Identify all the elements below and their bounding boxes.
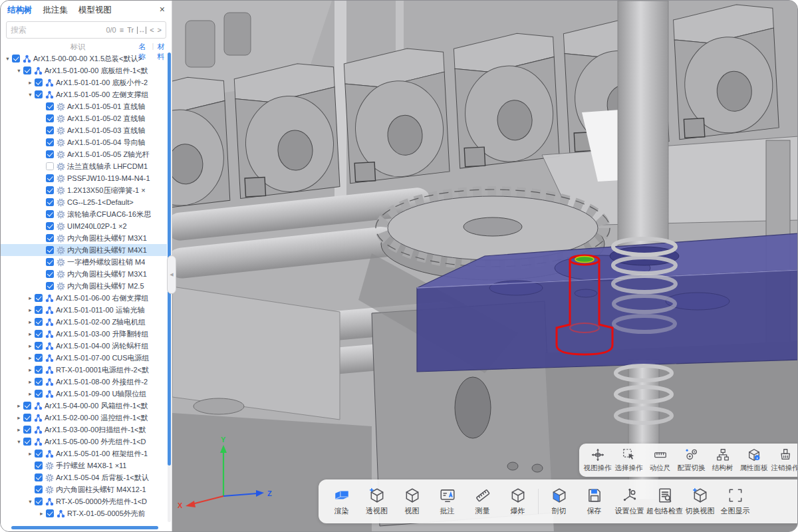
visibility-checkbox[interactable] [46, 138, 54, 146]
tree-item-label[interactable]: RT-X-01-05-0005外壳前 [67, 509, 146, 519]
visibility-checkbox[interactable] [35, 306, 43, 314]
expand-arrow-icon[interactable]: ▸ [15, 426, 23, 433]
tree-row[interactable]: ▸ArX1.5-01-01-00 底板小件-2 [1, 76, 167, 88]
tree-item-label[interactable]: ArX1.5-01-00-00 底板组件-1<默 [45, 66, 148, 76]
visibility-checkbox[interactable] [46, 186, 54, 194]
tree-row[interactable]: 一字槽外螺纹圆柱销 M4 [1, 256, 167, 268]
tree-row[interactable]: 内六角圆柱头螺钉 M4X1 [1, 244, 167, 256]
visibility-checkbox[interactable] [46, 114, 54, 122]
tree-item-label[interactable]: 法兰直线轴承 LHFCDM1 [67, 162, 148, 172]
expand-arrow-icon[interactable]: ▾ [3, 55, 12, 62]
tree-row[interactable]: ArX1.5-01-05-02 直线轴 [1, 112, 167, 124]
expand-arrow-icon[interactable]: ▸ [26, 319, 35, 325]
expand-arrow-icon[interactable]: ▸ [26, 342, 35, 349]
expand-arrow-icon[interactable]: ▸ [26, 307, 35, 313]
tree-item-label[interactable]: ArX1.5-01-04-00 涡轮蜗杆组 [56, 341, 148, 351]
visibility-checkbox[interactable] [46, 282, 54, 290]
tree-item-label[interactable]: ArX1.5-02-00-00 温控组件-1<默 [45, 413, 148, 423]
visibility-checkbox[interactable] [35, 450, 43, 458]
search-list-icon[interactable]: ≡ [120, 26, 124, 34]
tree-row[interactable]: ▸ArX1.5-02-00-00 温控组件-1<默 [1, 412, 167, 424]
tree-item-label[interactable]: 内六角圆柱头螺钉 M4X12-1 [56, 485, 146, 495]
tree-item-label[interactable]: ArX1.5-01-08-00 外接组件-2 [56, 377, 148, 387]
visibility-checkbox[interactable] [46, 198, 54, 206]
tree-item-label[interactable]: ArX1.5-01-07-00 CUS电源组 [56, 353, 150, 363]
visibility-checkbox[interactable] [46, 234, 54, 242]
expand-arrow-icon[interactable]: ▸ [26, 331, 35, 337]
main-explode-button[interactable]: 爆炸 [500, 487, 535, 516]
visibility-checkbox[interactable] [23, 66, 31, 74]
expand-arrow-icon[interactable]: ▸ [15, 414, 23, 421]
tree-item-label[interactable]: 一字槽外螺纹圆柱销 M4 [67, 257, 145, 267]
tree-item-label[interactable]: 内六角圆柱头螺钉 M4X1 [67, 245, 147, 255]
main-annotate-button[interactable]: 批注 [430, 487, 465, 516]
tree-row[interactable]: ▸ArX1.5-01-06-00 右侧支撑组 [1, 292, 167, 304]
tree-item-label[interactable]: 手拧螺丝 M4X8-1 ×11 [56, 461, 126, 471]
secondary-select-ops-button[interactable]: 选择操作 [613, 448, 644, 473]
main-position-button[interactable]: 设置位置 [612, 487, 647, 516]
main-fitall-button[interactable]: 全图显示 [718, 487, 753, 516]
tree-row[interactable]: CG--L25-1<Default> [1, 196, 167, 208]
main-save-button[interactable]: 保存 [577, 487, 612, 516]
tree-row[interactable]: 内六角圆柱头螺钉 M4X12-1 [1, 483, 167, 495]
tree-item-label[interactable]: ArX1.5-04-00-00 风箱组件-1<默 [45, 401, 148, 411]
column-id[interactable]: 标识 [70, 42, 85, 52]
tab-0[interactable]: 结构树 [7, 5, 33, 16]
tree-item-label[interactable]: ArX1.5-01-01-00 底板小件-2 [56, 78, 148, 88]
tree-item-label[interactable]: CG--L25-1<Default> [67, 198, 134, 206]
tree-item-label[interactable]: ArX1.5-01-05-03 直线轴 [67, 126, 145, 136]
visibility-checkbox[interactable] [35, 318, 43, 326]
visibility-checkbox[interactable] [46, 126, 54, 134]
main-measure-button[interactable]: 测量 [465, 487, 500, 516]
search-next-icon[interactable]: > [158, 26, 162, 34]
visibility-checkbox[interactable] [46, 210, 54, 218]
tree-row[interactable]: ArX1.5-01-05-01 直线轴 [1, 100, 167, 112]
expand-arrow-icon[interactable]: ▾ [15, 67, 23, 74]
tree-item-label[interactable]: ArX1.5-01-05-05 Z轴光杆 [67, 150, 150, 160]
tree-row[interactable]: UIM240L02P-1 ×2 [1, 220, 167, 232]
tree-item-label[interactable]: ArX1.5-01-05-01 直线轴 [67, 102, 145, 112]
visibility-checkbox[interactable] [35, 378, 43, 386]
expand-arrow-icon[interactable]: ▾ [15, 438, 23, 445]
tab-2[interactable]: 模型视图 [78, 5, 112, 16]
panel-collapse-handle[interactable]: ◀ [167, 255, 176, 294]
visibility-checkbox[interactable] [46, 174, 54, 182]
visibility-checkbox[interactable] [35, 390, 43, 398]
tree-row[interactable]: ▾ArX1.5-01-05-00 左侧支撑组 [1, 88, 167, 100]
tree-item-label[interactable]: ArX1.5-03-00-00扫描组件-1<默 [45, 425, 146, 435]
visibility-checkbox[interactable] [46, 258, 54, 266]
visibility-checkbox[interactable] [35, 330, 43, 338]
visibility-checkbox[interactable] [35, 354, 43, 362]
main-persp-button[interactable]: 透视图 [359, 487, 394, 516]
expand-arrow-icon[interactable]: ▸ [26, 450, 35, 457]
viewport-3d[interactable]: Y X Z 视图操作选择操作动位尺配置切换结构树属性面板注销操作干涉检查 渲染透… [172, 1, 797, 531]
tree-item-label[interactable]: 1.2X13X50压缩弹簧-1 × [67, 186, 146, 196]
tree-row[interactable]: ArX1.5-01-05-05 Z轴光杆 [1, 148, 167, 160]
tree-row[interactable]: 内六角圆柱头螺钉 M3X1 [1, 268, 167, 280]
tree-item-label[interactable]: ArX1.5-05-01-00 框架组件-1 [56, 449, 148, 459]
close-icon[interactable]: × [160, 5, 165, 14]
visibility-checkbox[interactable] [35, 342, 43, 350]
secondary-structure-button[interactable]: 结构树 [707, 448, 738, 473]
tree-row[interactable]: ▸RT-X-01-0001电源组件-2<默 [1, 364, 167, 376]
search-input[interactable] [11, 25, 106, 35]
tree-row[interactable]: 内六角圆柱头螺钉 M3X1 [1, 232, 167, 244]
tree-row[interactable]: ▾ArX1.5-01-00-00 底板组件-1<默 [1, 65, 167, 76]
tree-item-label[interactable]: ArX1.5-05-00-00 外壳组件-1<D [45, 437, 146, 447]
expand-arrow-icon[interactable]: ▸ [26, 390, 35, 397]
tree-item-label[interactable]: 内六角圆柱头螺钉 M2.5 [67, 281, 144, 291]
tree-row[interactable]: ArX1.5-05-04 后背板-1<默认 [1, 471, 167, 483]
expand-arrow-icon[interactable]: ▸ [26, 79, 35, 86]
tree-item-label[interactable]: ArX1.5-01-03-00 升降翻转组 [56, 329, 148, 339]
tree-row[interactable]: 内六角圆柱头螺钉 M2.5 [1, 280, 167, 292]
horizontal-scrollbar[interactable] [11, 526, 158, 529]
visibility-checkbox[interactable] [23, 426, 31, 434]
tree-row[interactable]: ▸ArX1.5-03-00-00扫描组件-1<默 [1, 424, 167, 436]
tree-row[interactable]: 滚轮轴承CFUAC6-16米思 [1, 208, 167, 220]
secondary-ruler-button[interactable]: 动位尺 [644, 448, 676, 473]
tree-row[interactable]: ▾ArX1.5-05-00-00 外壳组件-1<D [1, 436, 167, 448]
expand-arrow-icon[interactable]: ▾ [26, 498, 35, 505]
tree-row[interactable]: ArX1.5-01-05-04 导向轴 [1, 136, 167, 148]
tree-row[interactable]: ▸ArX1.5-04-00-00 风箱组件-1<默 [1, 400, 167, 412]
main-view-button[interactable]: 视图 [394, 487, 430, 516]
